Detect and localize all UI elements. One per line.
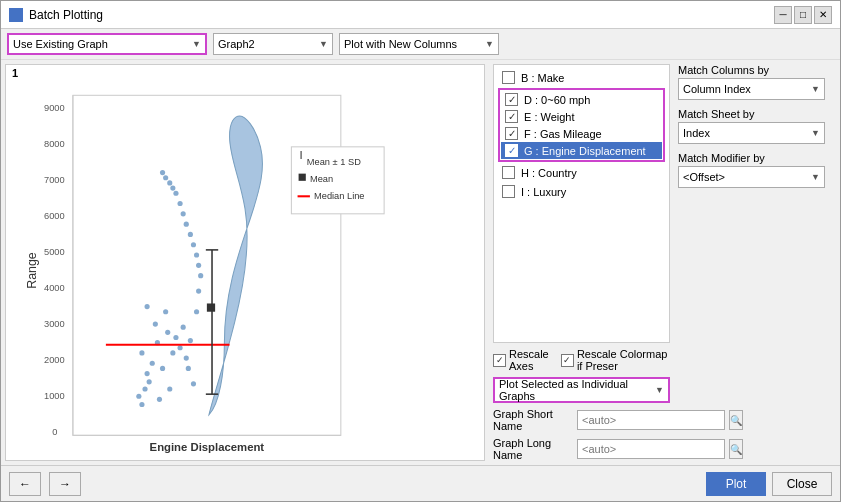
svg-rect-49: [207, 303, 215, 311]
column-item-g[interactable]: G : Engine Displacement: [501, 142, 662, 159]
svg-text:0: 0: [52, 427, 57, 437]
batch-plotting-window: Batch Plotting ─ □ ✕ Use Existing Graph …: [0, 0, 841, 502]
middle-panel: B : Make D : 0~60 mph E : Weight F : Gas…: [489, 60, 674, 465]
svg-point-41: [184, 222, 189, 227]
svg-point-37: [196, 263, 201, 268]
match-modifier-arrow-icon: ▼: [811, 172, 820, 182]
svg-point-26: [167, 386, 172, 391]
match-sheet-label: Match Sheet by: [678, 108, 825, 120]
match-modifier-select[interactable]: <Offset> ▼: [678, 166, 825, 188]
column-item-i[interactable]: I : Luxury: [498, 183, 665, 200]
svg-point-20: [170, 350, 175, 355]
column-b-checkbox[interactable]: [502, 71, 515, 84]
plot-button[interactable]: Plot: [706, 472, 766, 496]
svg-point-17: [160, 366, 165, 371]
match-sheet-arrow-icon: ▼: [811, 128, 820, 138]
maximize-button[interactable]: □: [794, 6, 812, 24]
column-g-label: G : Engine Displacement: [524, 145, 646, 157]
chart-panel: 1 Range 0 1000 2000 3000 4000 5000 6000 …: [5, 64, 485, 461]
svg-point-25: [157, 397, 162, 402]
svg-point-42: [181, 211, 186, 216]
svg-point-46: [167, 180, 172, 185]
column-e-checkbox[interactable]: [505, 110, 518, 123]
plot-individual-arrow-icon: ▼: [655, 385, 664, 395]
minimize-button[interactable]: ─: [774, 6, 792, 24]
match-columns-select[interactable]: Column Index ▼: [678, 78, 825, 100]
svg-text:3000: 3000: [44, 319, 65, 329]
rescale-colormap-label: Rescale Colormap if Preser: [577, 348, 670, 372]
columns-highlighted-group: D : 0~60 mph E : Weight F : Gas Mileage …: [498, 88, 665, 162]
rescale-axes-group[interactable]: Rescale Axes: [493, 348, 553, 372]
column-item-f[interactable]: F : Gas Mileage: [501, 125, 662, 142]
column-i-checkbox[interactable]: [502, 185, 515, 198]
plot-option-arrow-icon: ▼: [485, 39, 494, 49]
column-d-checkbox[interactable]: [505, 93, 518, 106]
svg-text:5000: 5000: [44, 247, 65, 257]
column-d-label: D : 0~60 mph: [524, 94, 590, 106]
graph-select[interactable]: Graph2 ▼: [213, 33, 333, 55]
column-item-e[interactable]: E : Weight: [501, 108, 662, 125]
right-panel: Match Columns by Column Index ▼ Match Sh…: [674, 60, 829, 465]
main-content: 1 Range 0 1000 2000 3000 4000 5000 6000 …: [1, 60, 840, 465]
svg-point-13: [139, 350, 144, 355]
match-modifier-value: <Offset>: [683, 171, 725, 183]
svg-text:7000: 7000: [44, 175, 65, 185]
close-button[interactable]: Close: [772, 472, 832, 496]
match-sheet-value: Index: [683, 127, 710, 139]
column-item-d[interactable]: D : 0~60 mph: [501, 91, 662, 108]
nav-buttons: ← →: [9, 472, 81, 496]
column-h-label: H : Country: [521, 167, 577, 179]
column-h-checkbox[interactable]: [502, 166, 515, 179]
graph-select-arrow-icon: ▼: [319, 39, 328, 49]
column-i-label: I : Luxury: [521, 186, 566, 198]
graph-long-name-row: Graph Long Name 🔍: [493, 437, 670, 461]
match-columns-arrow-icon: ▼: [811, 84, 820, 94]
rescale-axes-checkbox[interactable]: [493, 354, 506, 367]
svg-point-16: [165, 330, 170, 335]
match-modifier-group: Match Modifier by <Offset> ▼: [678, 152, 825, 188]
svg-point-29: [181, 325, 186, 330]
window-title: Batch Plotting: [29, 8, 103, 22]
graph-select-value: Graph2: [218, 38, 255, 50]
svg-point-39: [191, 242, 196, 247]
column-b-label: B : Make: [521, 72, 564, 84]
use-existing-select[interactable]: Use Existing Graph ▼: [7, 33, 207, 55]
column-f-checkbox[interactable]: [505, 127, 518, 140]
close-window-button[interactable]: ✕: [814, 6, 832, 24]
svg-text:Engine Displacement: Engine Displacement: [150, 441, 265, 453]
plot-individual-row[interactable]: Plot Selected as Individual Graphs ▼: [493, 377, 670, 403]
svg-point-22: [163, 309, 168, 314]
svg-text:1000: 1000: [44, 391, 65, 401]
action-buttons: Plot Close: [706, 472, 832, 496]
match-columns-label: Match Columns by: [678, 64, 825, 76]
column-f-label: F : Gas Mileage: [524, 128, 602, 140]
svg-point-12: [150, 361, 155, 366]
column-item-b[interactable]: B : Make: [498, 69, 665, 86]
forward-button[interactable]: →: [49, 472, 81, 496]
svg-point-23: [145, 304, 150, 309]
svg-point-24: [139, 402, 144, 407]
svg-text:2000: 2000: [44, 355, 65, 365]
match-modifier-label: Match Modifier by: [678, 152, 825, 164]
svg-point-11: [145, 371, 150, 376]
column-item-h[interactable]: H : Country: [498, 164, 665, 181]
svg-text:Mean ± 1 SD: Mean ± 1 SD: [307, 157, 361, 167]
plot-individual-label: Plot Selected as Individual Graphs: [499, 378, 651, 402]
use-existing-label: Use Existing Graph: [13, 38, 108, 50]
window-icon: [9, 8, 23, 22]
match-sheet-select[interactable]: Index ▼: [678, 122, 825, 144]
back-button[interactable]: ←: [9, 472, 41, 496]
svg-text:9000: 9000: [44, 103, 65, 113]
plot-option-select[interactable]: Plot with New Columns ▼: [339, 33, 499, 55]
svg-point-30: [184, 356, 189, 361]
column-g-checkbox[interactable]: [505, 144, 518, 157]
svg-point-40: [188, 232, 193, 237]
svg-text:Median Line: Median Line: [314, 191, 364, 201]
chart-svg: Range 0 1000 2000 3000 4000 5000 6000 70…: [10, 85, 480, 456]
svg-point-43: [177, 201, 182, 206]
rescale-colormap-checkbox[interactable]: [561, 354, 574, 367]
graph-short-name-row: Graph Short Name 🔍: [493, 408, 670, 432]
plot-individual-select[interactable]: Plot Selected as Individual Graphs ▼: [495, 379, 668, 401]
rescale-colormap-group[interactable]: Rescale Colormap if Preser: [561, 348, 670, 372]
svg-text:4000: 4000: [44, 283, 65, 293]
